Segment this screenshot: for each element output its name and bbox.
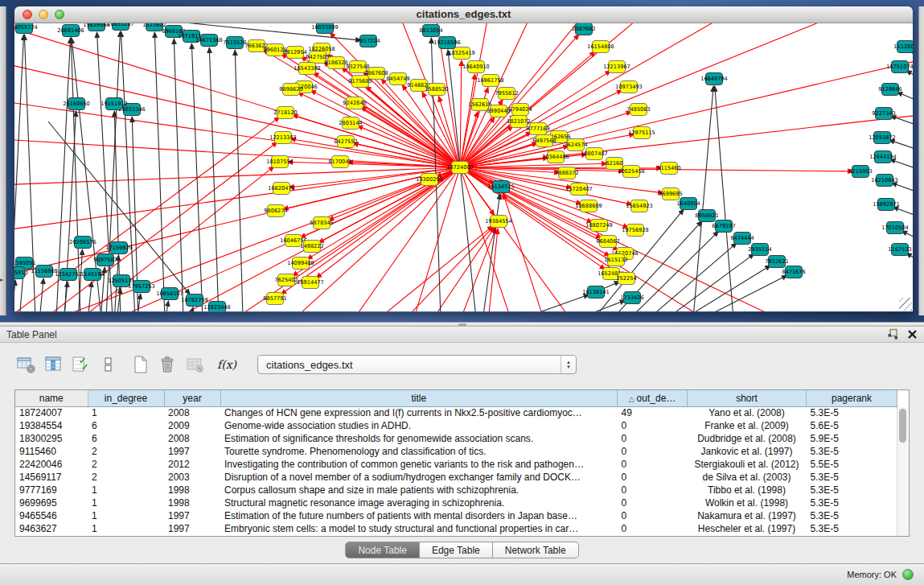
graph-node[interactable]: 9684067 [596,236,619,248]
table-cell[interactable]: 0 [618,419,688,432]
graph-node[interactable]: 1615132 [604,254,627,266]
graph-node[interactable]: 8186328 [324,57,347,69]
table-cell[interactable]: 0 [618,484,688,496]
table-cell[interactable]: 5.3E-5 [807,522,897,535]
graph-node[interactable]: 2718120 [273,107,297,119]
table-scrollbar[interactable] [897,407,908,536]
table-cell[interactable]: Changes of HCN gene expression and I(f) … [220,406,618,419]
table-cell[interactable]: 1998 [164,484,220,496]
graph-node[interactable]: 20691406 [57,25,84,37]
graph-node[interactable]: 12444194 [869,151,897,163]
graph-node[interactable]: 16033809 [311,23,339,34]
table-row[interactable]: 1872400712008Changes of HCN gene express… [15,406,897,419]
table-cell[interactable]: 2003 [164,471,220,484]
delete-table-button[interactable] [158,354,179,375]
graph-node[interactable]: 15829566 [83,23,110,31]
graph-node[interactable]: 14099489 [287,257,314,270]
graph-node[interactable]: 8427552 [334,136,357,148]
graph-node[interactable]: 16961758 [477,75,504,87]
table-cell[interactable]: Jankovic et al. (1997) [688,445,807,458]
splitter-handle-icon[interactable] [458,323,466,326]
table-cell[interactable]: 1 [88,522,164,535]
table-cell[interactable]: Structural magnetic resonance image aver… [220,496,618,509]
table-cell[interactable]: de Silva et al. (2003) [688,471,807,484]
graph-node[interactable]: 3624574 [564,139,587,151]
graph-node[interactable]: 16648794 [700,73,728,85]
graph-node[interactable]: 12093872 [869,132,896,144]
float-panel-icon[interactable] [887,328,899,340]
table-cell[interactable]: 9777169 [15,484,88,496]
table-cell[interactable]: 2012 [164,458,220,471]
table-cell[interactable]: Corpus callosum shape and size in male p… [220,484,618,496]
table-cell[interactable]: 1997 [164,509,220,522]
table-cell[interactable]: 5.3E-5 [807,406,897,419]
graph-node[interactable]: 9129946 [878,84,901,96]
function-builder-button[interactable]: f(x) [216,354,240,375]
graph-node[interactable]: 16958107 [156,288,183,300]
graph-node[interactable]: 9227343 [872,108,895,120]
table-cell[interactable]: 5.9E-5 [807,432,897,445]
table-cell[interactable]: 9115460 [15,445,88,458]
graph-node[interactable]: 9898620 [279,84,302,96]
graph-node[interactable]: 7955812 [495,88,518,100]
table-cell[interactable]: 2 [88,471,164,484]
table-cell[interactable]: Stergiakouli et al. (2012) [688,458,807,471]
graph-node[interactable]: 1588520 [425,84,448,96]
table-cell[interactable]: Yano et al. (2008) [688,406,807,419]
table-cell[interactable]: Hescheler et al. (1997) [688,522,807,535]
table-cell[interactable]: 1 [88,509,164,522]
table-row[interactable]: 1456911722003Disruption of a novel membe… [15,471,897,484]
graph-node[interactable]: 10653287 [107,23,134,31]
graph-node[interactable]: 11156869 [31,266,58,278]
table-cell[interactable]: 1998 [164,496,220,509]
graph-node[interactable]: 8215953 [848,166,872,178]
graph-node[interactable]: 1640954 [676,198,700,210]
table-cell[interactable]: 2 [88,458,164,471]
table-cell[interactable]: 0 [618,458,688,471]
toggle-rows-button[interactable] [98,354,119,375]
network-canvas[interactable]: 1872400718300295193845547663822996012589… [14,23,913,311]
table-cell[interactable]: 5.3E-5 [807,509,897,522]
table-cell[interactable]: Disruption of a novel member of a sodium… [220,471,618,484]
delete-table-disabled-button[interactable] [185,354,206,375]
table-cell[interactable]: Estimation of significance thresholds fo… [220,432,618,445]
graph-node[interactable]: 8990448 [487,105,510,117]
west-panel-edge[interactable]: ▸ [0,6,6,315]
table-cell[interactable]: 1 [88,484,164,496]
graph-node[interactable]: 1112804 [893,41,913,53]
table-row[interactable]: 977716911998Corpus callosum shape and si… [15,484,897,496]
window-minimize-button[interactable] [39,10,48,19]
column-header-short[interactable]: short [688,390,807,406]
graph-node[interactable]: 2803144 [339,117,362,130]
graph-node[interactable]: 10807487 [581,148,608,160]
tab-node-table[interactable]: Node Table [345,542,420,558]
graph-node[interactable]: 9857791 [263,293,286,305]
graph-node[interactable]: 8912954 [283,47,306,59]
graph-node[interactable]: 20364486 [542,151,569,163]
graph-node[interactable]: 6794024 [508,104,532,116]
table-cell[interactable]: Nakamura et al. (1997) [688,509,807,522]
table-row[interactable]: 946554611997Estimation of the future num… [15,509,897,522]
graph-node[interactable]: 8471676 [782,266,805,278]
table-cell[interactable]: Investigating the contribution of common… [220,458,618,471]
graph-node[interactable]: 19384554 [485,216,512,228]
network-file-select[interactable]: citations_edges.txt ▲▼ [257,355,577,374]
graph-node[interactable]: 12213383 [269,132,297,144]
table-cell[interactable]: Genome-wide association studies in ADHD. [220,419,618,432]
table-cell[interactable]: 1 [88,496,164,509]
graph-node[interactable]: 252254 [616,273,636,285]
table-settings-button[interactable] [16,354,37,375]
tab-edge-table[interactable]: Edge Table [420,542,493,558]
graph-node[interactable]: 7485063 [626,104,650,116]
table-cell[interactable]: 6 [88,419,164,432]
graph-node[interactable]: 5878345 [310,217,333,229]
window-resize-grip[interactable] [899,298,912,311]
column-header-in_degree[interactable]: in_degree [88,390,164,406]
graph-node[interactable]: 1167533 [888,244,911,256]
table-header-row[interactable]: namein_degreeyeartitle△out_de…shortpager… [15,390,897,406]
column-header-title[interactable]: title [220,390,618,406]
graph-node[interactable]: 9097587 [93,254,117,266]
graph-node[interactable]: 12213967 [603,61,630,73]
table-cell[interactable]: 2008 [164,432,220,445]
table-cell[interactable]: Franke et al. (2009) [688,419,807,432]
